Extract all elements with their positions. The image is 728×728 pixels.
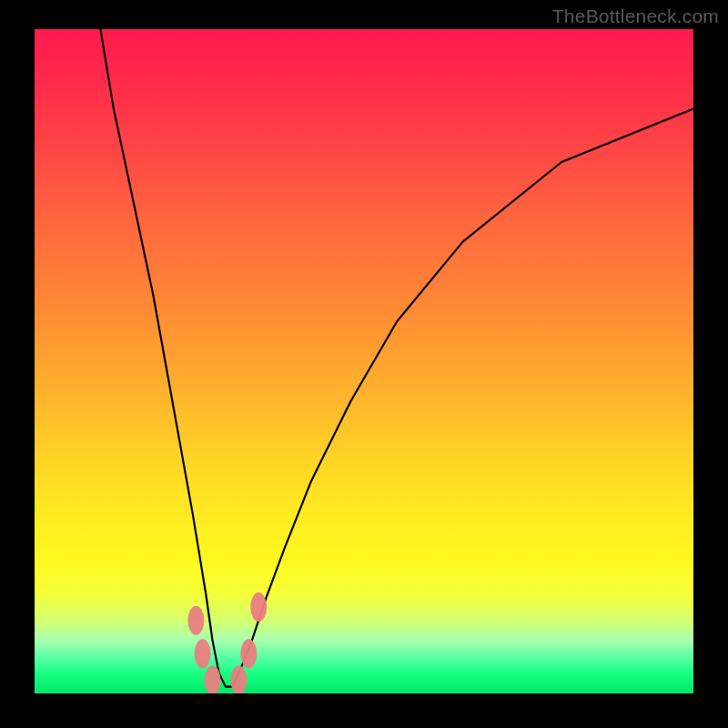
- bottleneck-curve: [100, 29, 693, 687]
- curve-marker: [250, 592, 267, 622]
- marker-group: [187, 592, 267, 693]
- curve-layer: [35, 29, 693, 693]
- chart-frame: TheBottleneck.com: [0, 0, 728, 728]
- curve-marker: [240, 639, 257, 668]
- plot-area: [35, 29, 693, 693]
- curve-marker: [195, 639, 211, 668]
- watermark-text: TheBottleneck.com: [552, 5, 719, 27]
- curve-marker: [205, 665, 221, 693]
- curve-marker: [187, 606, 204, 635]
- curve-marker: [230, 665, 247, 693]
